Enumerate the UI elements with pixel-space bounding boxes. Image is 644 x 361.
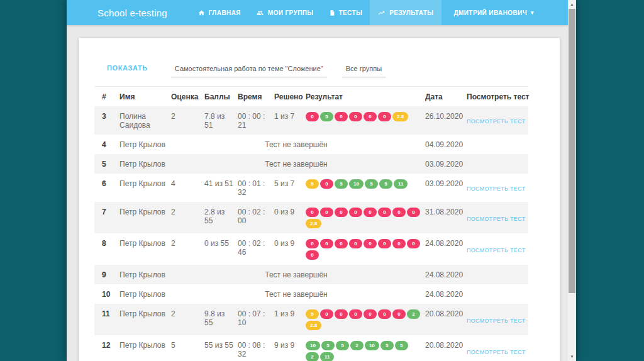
score-badge: 10 — [349, 179, 364, 189]
cell-view-test: ПОСМОТРЕТЬ ТЕСТ — [467, 335, 528, 361]
cell-date: 04.09.2020 — [425, 135, 467, 154]
table-body: 3Полина Саидова27.8 из 5100 : 00 : 211 и… — [94, 106, 528, 361]
file-icon — [329, 9, 335, 16]
score-badge: 0 — [392, 239, 406, 248]
nav-item-file[interactable]: ТЕСТЫ — [321, 0, 370, 25]
badge-list: 105521055211 — [306, 341, 421, 361]
score-badge: 5 — [365, 179, 378, 189]
score-badge: 0 — [349, 239, 362, 248]
badge-list: 505105511 — [306, 179, 421, 189]
nav-item-label: ГЛАВНАЯ — [209, 9, 241, 16]
score-badge: 2 — [407, 309, 420, 319]
cell-name: Петр Крылов — [119, 154, 171, 174]
vertical-scrollbar[interactable]: ▲ ▼ — [568, 0, 576, 361]
test-select[interactable]: Самостоятельная работа по теме "Сложение… — [171, 65, 327, 77]
cell-view-test: ПОСМОТРЕТЬ ТЕСТ — [467, 233, 528, 265]
cell-grade: 2 — [171, 304, 204, 335]
score-badge: 0 — [378, 309, 391, 319]
nav-item-users[interactable]: МОИ ГРУППЫ — [248, 0, 321, 25]
nav-item-trend[interactable]: РЕЗУЛЬТАТЫ — [370, 0, 441, 25]
app-logo[interactable]: School e-testing — [67, 8, 167, 18]
nav-item-label: РЕЗУЛЬТАТЫ — [389, 9, 433, 16]
scroll-down-arrow-icon[interactable]: ▼ — [568, 352, 576, 361]
cell-number: 12 — [94, 335, 119, 361]
score-badge: 0 — [320, 309, 333, 319]
cell-time: 00 : 00 : 21 — [238, 106, 274, 135]
cell-number: 9 — [94, 265, 119, 284]
cell-view-test — [467, 135, 528, 154]
cell-solved: 1 из 7 — [274, 106, 306, 135]
cell-result: 505105511 — [306, 174, 425, 202]
scrollbar-thumb[interactable] — [569, 9, 575, 293]
score-badge: 11 — [394, 179, 408, 189]
view-test-link[interactable]: ПОСМОТРЕТЬ ТЕСТ — [467, 247, 525, 253]
view-test-link[interactable]: ПОСМОТРЕТЬ ТЕСТ — [467, 349, 525, 355]
cell-date: 20.08.2020 — [425, 335, 467, 361]
cell-solved: 0 из 9 — [274, 233, 306, 265]
score-badge: 2.8 — [306, 219, 321, 228]
main-nav: ГЛАВНАЯМОИ ГРУППЫТЕСТЫРЕЗУЛЬТАТЫ — [191, 0, 441, 25]
users-icon — [256, 9, 264, 16]
cell-view-test: ПОСМОТРЕТЬ ТЕСТ — [467, 174, 528, 202]
score-badge: 5 — [379, 179, 392, 189]
cell-score: 55 из 55 — [204, 335, 238, 361]
view-test-link[interactable]: ПОСМОТРЕТЬ ТЕСТ — [467, 118, 525, 125]
score-badge: 10 — [306, 341, 320, 350]
column-header: Время — [238, 87, 274, 107]
nav-item-label: ТЕСТЫ — [339, 9, 363, 16]
table-row: 4Петр КрыловТест не завершён04.09.2020 — [94, 135, 528, 154]
table-header-row: #ИмяОценкаБаллыВремяРешеноРезультатДатаП… — [94, 87, 528, 107]
cell-view-test: ПОСМОТРЕТЬ ТЕСТ — [467, 304, 528, 335]
score-badge: 0 — [349, 112, 362, 121]
cell-view-test: ПОСМОТРЕТЬ ТЕСТ — [467, 106, 528, 135]
view-test-link[interactable]: ПОСМОТРЕТЬ ТЕСТ — [467, 216, 525, 222]
show-button[interactable]: ПОКАЗАТЬ — [107, 64, 148, 77]
nav-item-home[interactable]: ГЛАВНАЯ — [191, 0, 248, 25]
cell-number: 10 — [94, 284, 119, 304]
score-badge: 5 — [335, 179, 348, 189]
score-badge: 0 — [364, 208, 377, 217]
cell-time: 00 : 02 : 00 — [238, 202, 274, 233]
view-test-link[interactable]: ПОСМОТРЕТЬ ТЕСТ — [467, 186, 525, 192]
cell-score: 0 из 55 — [204, 233, 238, 265]
results-card: ПОКАЗАТЬ Самостоятельная работа по теме … — [79, 38, 560, 361]
cell-name: Петр Крылов — [119, 135, 171, 154]
user-menu[interactable]: ДМИТРИЙ ИВАНОВИЧ ▾ — [447, 0, 541, 25]
page-background: ПОКАЗАТЬ Самостоятельная работа по теме … — [67, 38, 576, 361]
score-badge: 11 — [320, 352, 334, 361]
score-badge: 2 — [350, 341, 364, 350]
cell-view-test — [467, 154, 528, 174]
trend-icon — [377, 9, 386, 16]
score-badge: 2.8 — [392, 112, 408, 121]
cell-solved: 1 из 9 — [274, 304, 306, 335]
cell-view-test: ПОСМОТРЕТЬ ТЕСТ — [467, 202, 528, 233]
table-row: 12Петр Крылов555 из 5500 : 08 : 329 из 9… — [94, 335, 528, 361]
cell-grade: 5 — [171, 335, 204, 361]
cell-grade: 4 — [171, 174, 204, 202]
badge-list: 0500002.8 — [306, 112, 421, 121]
cell-date: 26.10.2020 — [425, 106, 467, 135]
cell-number: 11 — [94, 304, 119, 335]
top-navbar: School e-testing ГЛАВНАЯМОИ ГРУППЫТЕСТЫР… — [67, 0, 576, 25]
group-select[interactable]: Все группы — [342, 65, 386, 77]
score-badge: 0 — [306, 239, 319, 248]
cell-date: 24.08.2020 — [425, 265, 467, 284]
score-badge: 0 — [335, 239, 348, 248]
view-test-link[interactable]: ПОСМОТРЕТЬ ТЕСТ — [467, 318, 525, 324]
score-badge: 5 — [321, 341, 335, 350]
scroll-up-arrow-icon[interactable]: ▲ — [568, 0, 576, 9]
cell-grade: 2 — [171, 202, 204, 233]
column-header: Оценка — [171, 87, 204, 107]
table-row: 11Петр Крылов29.8 из 5500 : 07 : 101 из … — [94, 304, 528, 335]
cell-view-test — [467, 265, 528, 284]
score-badge: 5 — [380, 341, 394, 350]
score-badge: 0 — [335, 309, 348, 319]
cell-time: 00 : 07 : 10 — [238, 304, 274, 335]
cell-solved: 5 из 7 — [274, 174, 306, 202]
score-badge: 0 — [364, 309, 377, 319]
table-row: 8Петр Крылов20 из 5500 : 02 : 460 из 900… — [94, 233, 528, 265]
column-header: Результат — [306, 87, 425, 107]
cell-name: Петр Крылов — [119, 202, 171, 233]
nav-item-label: МОИ ГРУППЫ — [268, 9, 314, 16]
score-badge: 0 — [349, 309, 362, 319]
